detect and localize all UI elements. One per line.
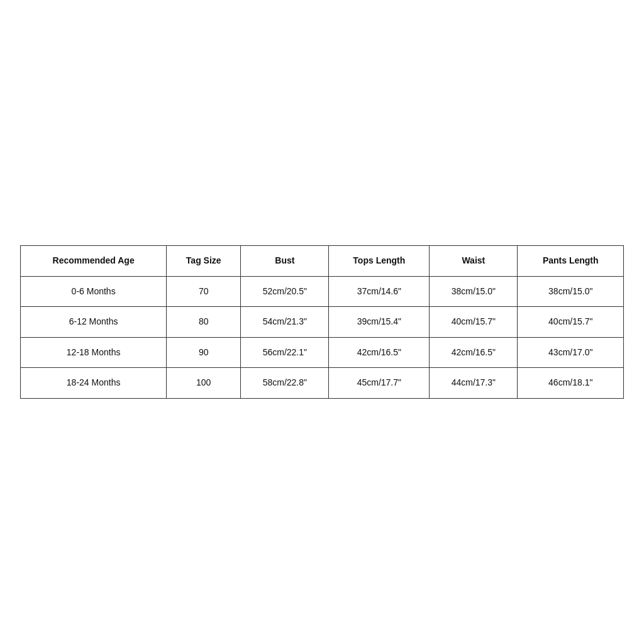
table-row: 6-12 Months8054cm/21.3"39cm/15.4"40cm/15… xyxy=(21,307,624,338)
page-wrapper: Recommended Age Tag Size Bust Tops Lengt… xyxy=(0,0,644,644)
cell-tops-length: 45cm/17.7" xyxy=(329,368,430,399)
cell-age: 6-12 Months xyxy=(21,307,167,338)
cell-tag-size: 90 xyxy=(167,337,241,368)
table-row: 18-24 Months10058cm/22.8"45cm/17.7"44cm/… xyxy=(21,368,624,399)
size-chart-table: Recommended Age Tag Size Bust Tops Lengt… xyxy=(20,245,624,399)
cell-age: 0-6 Months xyxy=(21,276,167,307)
cell-waist: 44cm/17.3" xyxy=(430,368,518,399)
cell-pants-length: 40cm/15.7" xyxy=(518,307,624,338)
cell-tops-length: 42cm/16.5" xyxy=(329,337,430,368)
cell-pants-length: 38cm/15.0" xyxy=(518,276,624,307)
table-row: 0-6 Months7052cm/20.5"37cm/14.6"38cm/15.… xyxy=(21,276,624,307)
cell-tops-length: 37cm/14.6" xyxy=(329,276,430,307)
col-header-pants-length: Pants Length xyxy=(518,246,624,277)
cell-age: 18-24 Months xyxy=(21,368,167,399)
cell-bust: 54cm/21.3" xyxy=(241,307,329,338)
table-container: Recommended Age Tag Size Bust Tops Lengt… xyxy=(20,245,624,399)
cell-bust: 58cm/22.8" xyxy=(241,368,329,399)
cell-tag-size: 70 xyxy=(167,276,241,307)
table-header-row: Recommended Age Tag Size Bust Tops Lengt… xyxy=(21,246,624,277)
cell-tops-length: 39cm/15.4" xyxy=(329,307,430,338)
col-header-age: Recommended Age xyxy=(21,246,167,277)
cell-waist: 40cm/15.7" xyxy=(430,307,518,338)
cell-bust: 52cm/20.5" xyxy=(241,276,329,307)
cell-bust: 56cm/22.1" xyxy=(241,337,329,368)
col-header-tops-length: Tops Length xyxy=(329,246,430,277)
cell-tag-size: 80 xyxy=(167,307,241,338)
cell-tag-size: 100 xyxy=(167,368,241,399)
cell-waist: 38cm/15.0" xyxy=(430,276,518,307)
col-header-waist: Waist xyxy=(430,246,518,277)
cell-pants-length: 43cm/17.0" xyxy=(518,337,624,368)
col-header-bust: Bust xyxy=(241,246,329,277)
table-row: 12-18 Months9056cm/22.1"42cm/16.5"42cm/1… xyxy=(21,337,624,368)
cell-age: 12-18 Months xyxy=(21,337,167,368)
col-header-tag-size: Tag Size xyxy=(167,246,241,277)
cell-pants-length: 46cm/18.1" xyxy=(518,368,624,399)
cell-waist: 42cm/16.5" xyxy=(430,337,518,368)
